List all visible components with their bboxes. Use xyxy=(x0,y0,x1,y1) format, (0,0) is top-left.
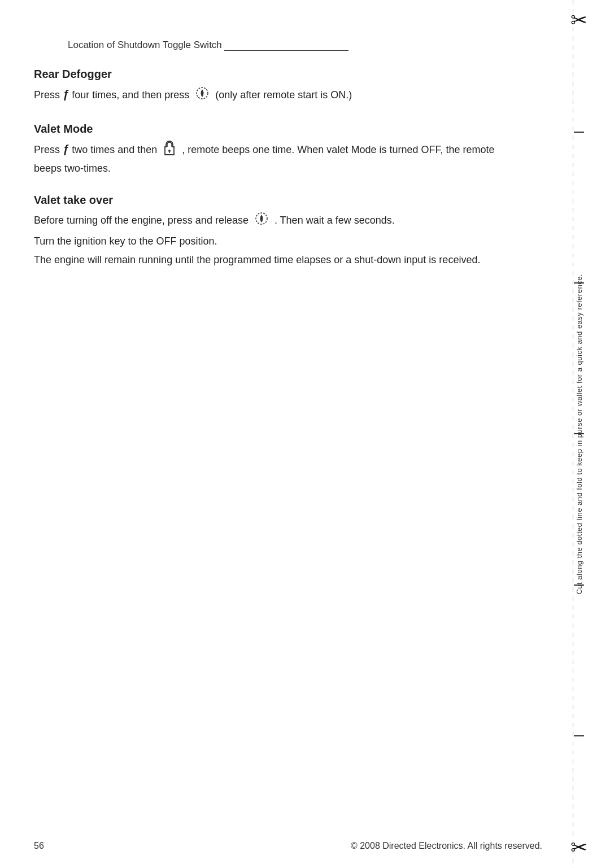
valet-para-3: The engine will remain running until the… xyxy=(34,252,497,268)
valet-take-over-body: Before turning off the engine, press and… xyxy=(34,211,497,268)
lock-icon xyxy=(162,140,177,161)
f-icon-2: ƒ xyxy=(63,143,69,155)
f-icon: ƒ xyxy=(63,88,69,101)
valet-take-over-section: Valet take over Before turning off the e… xyxy=(34,194,497,268)
location-line-text: Location of Shutdown Toggle Switch xyxy=(68,40,222,50)
rear-defogger-title: Rear Defogger xyxy=(34,68,497,81)
rear-defogger-section: Rear Defogger Press ƒ four times, and th… xyxy=(34,68,497,106)
location-underline xyxy=(224,50,348,51)
tick-5 xyxy=(574,735,584,736)
remote-start-icon xyxy=(194,86,211,106)
footer: 56 © 2008 Directed Electronics. All righ… xyxy=(34,841,542,851)
valet-mode-body: Press ƒ two times and then , remote beep… xyxy=(34,140,497,177)
tick-4 xyxy=(574,585,584,586)
tick-3 xyxy=(574,433,584,434)
cut-line xyxy=(573,0,573,868)
valet-para-1: Before turning off the engine, press and… xyxy=(34,211,497,231)
remote-start-icon-2 xyxy=(253,211,270,231)
valet-para-2: Turn the ignition key to the OFF positio… xyxy=(34,233,497,250)
page-number: 56 xyxy=(34,841,44,851)
tick-1 xyxy=(574,132,584,133)
svg-point-1 xyxy=(168,150,171,152)
tick-2 xyxy=(574,282,584,283)
valet-mode-section: Valet Mode Press ƒ two times and then , … xyxy=(34,123,497,177)
valet-take-over-title: Valet take over xyxy=(34,194,497,207)
valet-mode-title: Valet Mode xyxy=(34,123,497,136)
location-line: Location of Shutdown Toggle Switch xyxy=(68,40,497,51)
tick-marks xyxy=(574,0,584,868)
rear-defogger-body: Press ƒ four times, and then press (only… xyxy=(34,85,497,106)
page-content: Location of Shutdown Toggle Switch Rear … xyxy=(0,0,531,868)
copyright: © 2008 Directed Electronics. All rights … xyxy=(351,841,542,851)
